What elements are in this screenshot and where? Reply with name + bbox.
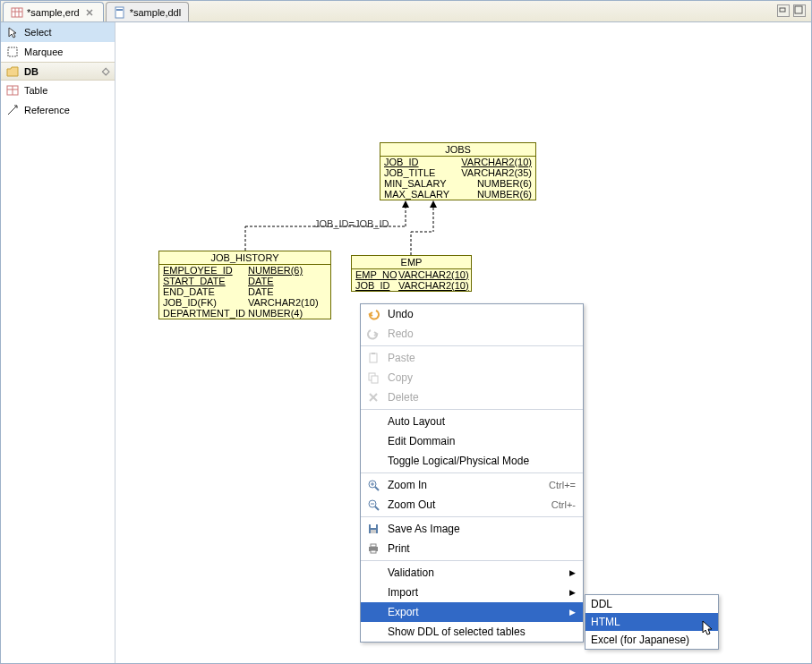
palette-label: Table: [24, 85, 47, 96]
menu-copy: Copy: [361, 368, 583, 387]
redo-icon: [366, 327, 380, 341]
palette-group-db[interactable]: DB ◇: [1, 62, 115, 81]
maximize-button[interactable]: [793, 4, 806, 17]
svg-rect-36: [371, 530, 376, 533]
menu-paste: Paste: [361, 348, 583, 368]
cursor-icon: [6, 26, 19, 38]
submenu-ddl[interactable]: DDL: [585, 595, 718, 613]
menu-import[interactable]: Import ▶: [361, 583, 583, 602]
entity-title: JOB_HISTORY: [159, 251, 330, 265]
tab-label: *sample,erd: [27, 7, 80, 18]
svg-line-32: [375, 507, 379, 510]
submenu-excel[interactable]: Excel (for Japanese): [585, 631, 718, 649]
palette-group-label: DB: [24, 66, 38, 77]
palette-tool-select[interactable]: Select: [1, 22, 115, 42]
reference-icon: [6, 104, 19, 116]
menu-edit-domain[interactable]: Edit Dommain: [361, 431, 583, 451]
submenu-arrow-icon: ▶: [569, 588, 576, 597]
menu-auto-layout[interactable]: Auto Layout: [361, 412, 583, 431]
svg-rect-0: [12, 8, 22, 17]
menu-separator: [361, 472, 583, 473]
svg-rect-21: [370, 353, 377, 362]
delete-icon: [366, 390, 380, 404]
save-icon: [366, 522, 380, 536]
menu-redo: Redo: [361, 324, 583, 344]
menu-separator: [361, 516, 583, 517]
palette-label: Select: [24, 27, 52, 38]
svg-rect-8: [780, 8, 785, 12]
app-window: *sample,erd *sample,ddl Select: [0, 0, 812, 664]
mouse-cursor-icon: [702, 620, 714, 636]
paste-icon: [366, 351, 380, 365]
menu-show-ddl[interactable]: Show DDL of selected tables: [361, 622, 583, 642]
svg-rect-38: [371, 544, 376, 547]
svg-rect-39: [371, 550, 376, 553]
entity-title: JOBS: [380, 143, 535, 157]
svg-rect-24: [372, 376, 378, 383]
svg-rect-22: [372, 353, 375, 354]
palette-db-reference[interactable]: Reference: [1, 100, 115, 120]
svg-line-14: [8, 106, 17, 115]
palette-tool-marquee[interactable]: Marquee: [1, 42, 115, 62]
svg-rect-10: [8, 47, 17, 56]
ddl-file-icon: [114, 6, 126, 19]
tab-sample-erd[interactable]: *sample,erd: [3, 2, 104, 21]
minimize-button[interactable]: [777, 4, 790, 17]
menu-toggle-mode[interactable]: Toggle Logical/Physical Mode: [361, 451, 583, 471]
palette-sidebar: Select Marquee DB ◇ Table: [1, 22, 115, 663]
tab-sample-ddl[interactable]: *sample,ddl: [106, 2, 189, 21]
menu-export[interactable]: Export ▶: [361, 602, 583, 622]
menu-zoom-out[interactable]: Zoom Out Ctrl+-: [361, 495, 583, 515]
entity-emp[interactable]: EMP EMP_NOVARCHAR2(10) JOB_IDVARCHAR2(10…: [351, 255, 472, 292]
chevron-icon: ◇: [102, 65, 109, 77]
svg-rect-6: [115, 7, 124, 18]
tab-bar: *sample,erd *sample,ddl: [1, 1, 811, 22]
marquee-icon: [6, 46, 19, 58]
menu-save-image[interactable]: Save As Image: [361, 519, 583, 539]
context-menu: Undo Redo Paste Copy Delete: [360, 303, 584, 643]
copy-icon: [366, 370, 380, 385]
erd-file-icon: [11, 6, 23, 19]
export-submenu: DDL HTML Excel (for Japanese): [585, 594, 719, 650]
submenu-arrow-icon: ▶: [569, 568, 576, 577]
svg-line-28: [375, 487, 379, 490]
menu-separator: [361, 560, 583, 561]
svg-rect-7: [116, 9, 123, 11]
undo-icon: [366, 307, 380, 321]
entity-job-history[interactable]: JOB_HISTORY EMPLOYEE_IDNUMBER(6) START_D…: [158, 251, 331, 319]
svg-rect-9: [795, 6, 802, 13]
zoom-in-icon: [366, 478, 380, 492]
menu-validation[interactable]: Validation ▶: [361, 563, 583, 583]
diagram-canvas[interactable]: JOBS JOB_IDVARCHAR2(10) JOB_TITLEVARCHAR…: [115, 22, 811, 663]
submenu-arrow-icon: ▶: [569, 608, 576, 617]
menu-zoom-in[interactable]: Zoom In Ctrl+=: [361, 475, 583, 495]
svg-rect-35: [371, 524, 376, 528]
menu-delete: Delete: [361, 387, 583, 407]
relationship-label: JOB_ID=JOB_ID: [314, 218, 389, 229]
window-controls: [777, 4, 806, 17]
submenu-html[interactable]: HTML: [585, 613, 718, 631]
print-icon: [366, 541, 380, 556]
close-icon[interactable]: [83, 8, 96, 17]
zoom-out-icon: [366, 498, 380, 512]
folder-icon: [6, 66, 19, 77]
palette-label: Marquee: [24, 47, 63, 57]
menu-print[interactable]: Print: [361, 539, 583, 558]
palette-db-table[interactable]: Table: [1, 81, 115, 100]
entity-jobs[interactable]: JOBS JOB_IDVARCHAR2(10) JOB_TITLEVARCHAR…: [380, 142, 536, 200]
entity-title: EMP: [352, 256, 471, 269]
menu-separator: [361, 409, 583, 410]
palette-label: Reference: [24, 105, 70, 115]
menu-separator: [361, 345, 583, 346]
tab-label: *sample,ddl: [130, 7, 181, 18]
table-icon: [6, 84, 19, 97]
menu-undo[interactable]: Undo: [361, 304, 583, 324]
